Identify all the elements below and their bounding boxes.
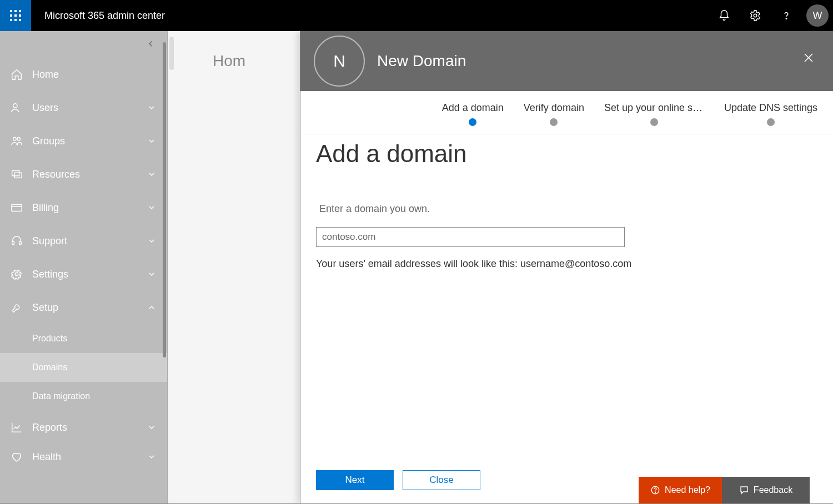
svg-point-10 xyxy=(786,18,786,19)
help-bar: Need help? Feedback xyxy=(639,477,810,503)
sidebar-subitem-data-migration[interactable]: Data migration xyxy=(0,382,167,411)
step-label: Add a domain xyxy=(442,102,504,114)
chevron-down-icon xyxy=(147,103,158,112)
close-icon xyxy=(802,51,815,64)
main-content: Hom N New Domain Add a domain Verify dom… xyxy=(168,31,833,503)
sidebar-item-label: Setup xyxy=(32,302,147,314)
panel-badge: N xyxy=(314,36,365,87)
avatar[interactable]: W xyxy=(806,4,829,27)
step-dot xyxy=(650,118,658,126)
svg-rect-7 xyxy=(14,19,17,21)
sidebar-item-label: Support xyxy=(32,235,147,247)
step-label: Set up your online ser… xyxy=(604,102,704,114)
sidebar-subitem-products[interactable]: Products xyxy=(0,324,167,353)
credit-card-icon xyxy=(9,201,24,214)
step-setup-services[interactable]: Set up your online ser… xyxy=(604,102,704,126)
step-label: Update DNS settings xyxy=(724,102,817,114)
svg-rect-5 xyxy=(19,14,21,17)
step-dot xyxy=(767,118,775,126)
step-verify-domain[interactable]: Verify domain xyxy=(524,102,584,126)
panel-close-button[interactable] xyxy=(797,47,820,69)
flyout-panel: N New Domain Add a domain Verify domain … xyxy=(300,31,833,503)
step-dot xyxy=(550,118,558,126)
sidebar-item-label: Home xyxy=(32,69,158,80)
sidebar-item-label: Groups xyxy=(32,135,147,147)
svg-point-21 xyxy=(655,492,655,492)
question-icon xyxy=(780,9,792,22)
sidebar-scrollbar[interactable] xyxy=(162,42,167,492)
svg-point-9 xyxy=(754,14,757,17)
page-heading: Add a domain xyxy=(316,140,817,168)
scrollbar-thumb[interactable] xyxy=(163,42,166,357)
sidebar-item-settings[interactable]: Settings xyxy=(0,258,167,291)
sidebar-subitem-domains[interactable]: Domains xyxy=(0,353,167,382)
next-button[interactable]: Next xyxy=(316,470,394,490)
chevron-down-icon xyxy=(147,423,158,432)
question-circle-icon xyxy=(650,485,660,495)
svg-rect-18 xyxy=(19,241,22,245)
step-update-dns[interactable]: Update DNS settings xyxy=(724,102,817,126)
wrench-icon xyxy=(9,301,24,314)
panel-header: N New Domain xyxy=(300,31,833,91)
close-button[interactable]: Close xyxy=(403,470,480,490)
svg-rect-14 xyxy=(12,171,19,176)
chevron-down-icon xyxy=(147,203,158,212)
sidebar-item-resources[interactable]: Resources xyxy=(0,158,167,191)
sidebar-item-support[interactable]: Support xyxy=(0,224,167,258)
chevron-down-icon xyxy=(147,170,158,179)
sidebar-item-billing[interactable]: Billing xyxy=(0,191,167,224)
settings-button[interactable] xyxy=(740,0,771,31)
svg-rect-17 xyxy=(12,241,14,245)
chevron-down-icon xyxy=(147,270,158,279)
svg-point-12 xyxy=(13,138,16,141)
domain-input[interactable] xyxy=(316,227,625,247)
svg-rect-6 xyxy=(10,19,12,21)
svg-rect-8 xyxy=(19,19,21,21)
chevron-down-icon xyxy=(147,236,158,245)
chevron-left-icon xyxy=(147,40,155,48)
svg-point-11 xyxy=(13,104,17,108)
step-add-domain[interactable]: Add a domain xyxy=(442,102,504,126)
svg-rect-4 xyxy=(14,14,17,17)
need-help-label: Need help? xyxy=(665,485,710,495)
sidebar-item-groups[interactable]: Groups xyxy=(0,124,167,158)
people-icon xyxy=(9,102,24,114)
sidebar-item-setup[interactable]: Setup xyxy=(0,291,167,324)
panel-content: Add a domain Enter a domain you own. You… xyxy=(300,134,833,470)
main-scrollbar-thumb[interactable] xyxy=(169,37,174,70)
domain-hint: Your users' email addresses will look li… xyxy=(316,258,817,270)
sidebar-item-users[interactable]: Users xyxy=(0,91,167,124)
feedback-button[interactable]: Feedback xyxy=(722,477,810,503)
chevron-down-icon xyxy=(147,452,158,461)
sidebar-item-label: Reports xyxy=(32,422,147,434)
gear-icon xyxy=(9,268,24,280)
sidebar-item-home[interactable]: Home xyxy=(0,58,167,91)
chart-icon xyxy=(9,421,24,434)
svg-rect-2 xyxy=(19,10,21,12)
sidebar-item-label: Billing xyxy=(32,202,147,214)
sidebar-item-label: Users xyxy=(32,102,147,114)
step-dot-active xyxy=(469,118,476,126)
resources-icon xyxy=(9,168,24,180)
sidebar-item-health[interactable]: Health xyxy=(0,444,167,470)
sidebar: Home Users Groups Resources xyxy=(0,31,168,503)
panel-title: New Domain xyxy=(377,52,466,70)
svg-rect-1 xyxy=(14,10,17,12)
gear-icon xyxy=(749,9,761,22)
sidebar-item-label: Settings xyxy=(32,269,147,280)
svg-rect-3 xyxy=(10,14,12,17)
app-launcher[interactable] xyxy=(0,0,31,31)
sidebar-item-reports[interactable]: Reports xyxy=(0,411,167,444)
help-button[interactable] xyxy=(771,0,802,31)
home-icon xyxy=(9,68,24,80)
need-help-button[interactable]: Need help? xyxy=(639,477,722,503)
collapse-sidebar-button[interactable] xyxy=(143,36,159,52)
heart-icon xyxy=(9,451,24,463)
chevron-down-icon xyxy=(147,137,158,145)
svg-rect-0 xyxy=(10,10,12,12)
notifications-button[interactable] xyxy=(709,0,740,31)
breadcrumb-partial: Hom xyxy=(213,52,245,70)
step-label: Verify domain xyxy=(524,102,584,114)
wizard-steps: Add a domain Verify domain Set up your o… xyxy=(300,91,833,134)
domain-field-label: Enter a domain you own. xyxy=(319,203,817,215)
